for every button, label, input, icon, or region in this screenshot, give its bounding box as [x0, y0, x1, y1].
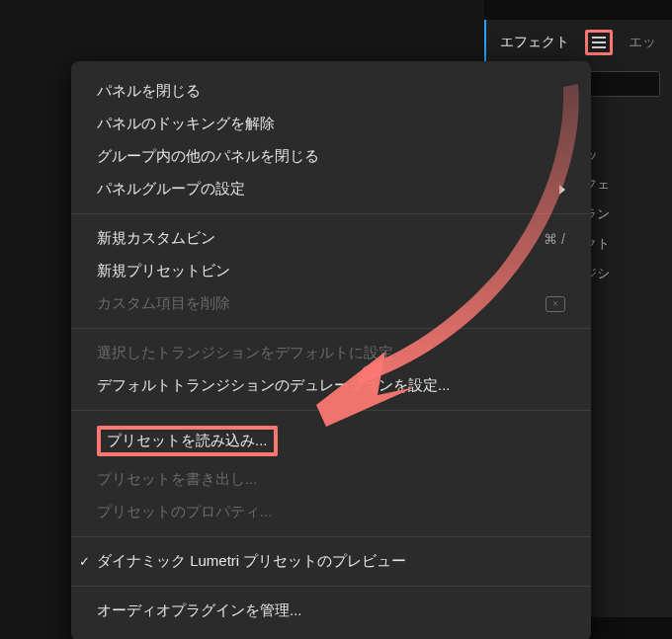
- menu-separator: [71, 328, 591, 329]
- menu-item-set-selected-default-transition: 選択したトランジションをデフォルトに設定: [71, 337, 591, 369]
- menu-item-close-others[interactable]: グループ内の他のパネルを閉じる: [71, 140, 591, 173]
- menu-item-new-custom-bin[interactable]: 新規カスタムビン⌘ /: [71, 222, 591, 255]
- menu-item-import-preset[interactable]: プリセットを読み込み...: [71, 419, 591, 463]
- menu-item-undock-panel[interactable]: パネルのドッキングを解除: [71, 108, 591, 140]
- menu-item-export-preset: プリセットを書き出し...: [71, 463, 591, 496]
- delete-icon: ×: [546, 296, 565, 312]
- menu-item-close-panel[interactable]: パネルを閉じる: [71, 75, 591, 108]
- menu-item-set-default-transition-duration[interactable]: デフォルトトランジションのデュレーションを設定...: [71, 369, 591, 402]
- menu-separator: [71, 536, 591, 537]
- menu-item-delete-custom: カスタム項目を削除×: [71, 287, 591, 320]
- tab-effects[interactable]: エフェクト: [500, 34, 569, 51]
- tab-other[interactable]: エッ: [629, 34, 656, 51]
- menu-item-new-preset-bin[interactable]: 新規プリセットビン: [71, 255, 591, 287]
- chevron-right-icon: [559, 185, 565, 195]
- menu-item-manage-audio-plugins[interactable]: オーディオプラグインを管理...: [71, 595, 591, 627]
- check-icon: ✓: [79, 554, 90, 569]
- menu-item-dynamic-lumetri-preview[interactable]: ✓ダイナミック Lumetri プリセットのプレビュー: [71, 545, 591, 578]
- menu-separator: [71, 213, 591, 214]
- panel-menu-icon[interactable]: [592, 37, 606, 48]
- panel-context-menu: パネルを閉じる パネルのドッキングを解除 グループ内の他のパネルを閉じる パネル…: [71, 61, 591, 639]
- menu-shortcut: ⌘ /: [544, 231, 565, 247]
- menu-item-panel-group-settings[interactable]: パネルグループの設定: [71, 173, 591, 205]
- import-preset-highlight: プリセットを読み込み...: [97, 426, 278, 456]
- menu-separator: [71, 410, 591, 411]
- menu-item-preset-properties: プリセットのプロパティ...: [71, 496, 591, 528]
- panel-menu-highlight: [585, 30, 613, 55]
- menu-separator: [71, 586, 591, 587]
